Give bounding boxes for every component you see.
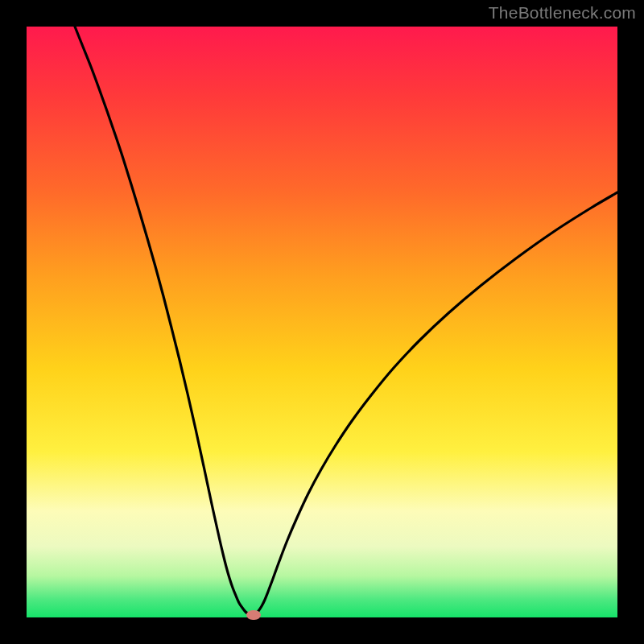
chart-frame: TheBottleneck.com	[0, 0, 644, 644]
plot-area	[27, 27, 617, 617]
curve-svg	[27, 27, 617, 617]
curve-right-branch	[252, 192, 617, 616]
min-marker-dot	[246, 610, 261, 620]
curve-left-branch	[75, 27, 252, 616]
watermark-text: TheBottleneck.com	[489, 3, 636, 23]
